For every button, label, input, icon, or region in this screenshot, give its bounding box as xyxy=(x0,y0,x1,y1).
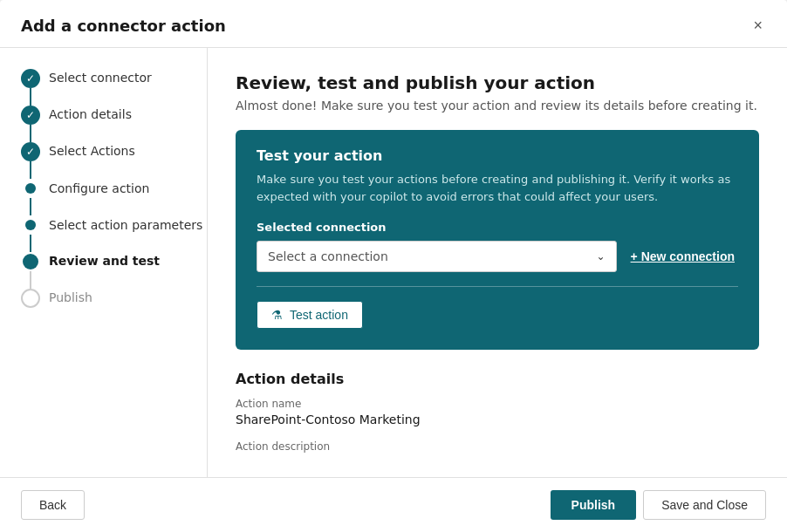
connection-select-dropdown[interactable]: Select a connection ⌄ xyxy=(257,241,617,272)
flask-icon: ⚗ xyxy=(271,308,283,322)
test-action-button[interactable]: ⚗ Test action xyxy=(257,301,363,329)
test-card: Test your action Make sure you test your… xyxy=(236,130,759,350)
test-card-title: Test your action xyxy=(257,147,738,164)
new-connection-button[interactable]: + New connection xyxy=(627,249,738,263)
step-circle-select-actions: ✓ xyxy=(21,142,40,161)
dialog-footer: Back Publish Save and Close xyxy=(0,477,787,532)
step-circle-publish xyxy=(21,289,40,308)
action-details-title: Action details xyxy=(236,371,759,387)
connection-row: Select a connection ⌄ + New connection xyxy=(257,241,738,272)
footer-left: Back xyxy=(21,490,85,520)
step-line-1 xyxy=(30,88,31,106)
page-subtitle: Almost done! Make sure you test your act… xyxy=(236,99,759,113)
check-icon: ✓ xyxy=(26,72,35,85)
check-icon-3: ✓ xyxy=(26,146,35,158)
sidebar-item-label-select-action-params: Select action parameters xyxy=(49,215,202,249)
step-line-4 xyxy=(30,198,31,215)
sidebar-item-label-select-connector: Select connector xyxy=(49,69,152,102)
step-line-3 xyxy=(30,161,31,179)
action-name-label: Action name xyxy=(236,398,759,410)
save-and-close-button[interactable]: Save and Close xyxy=(643,490,766,520)
page-title: Review, test and publish your action xyxy=(236,72,759,93)
sidebar-item-label-review-and-test: Review and test xyxy=(49,252,160,285)
step-line-2 xyxy=(30,125,31,142)
close-button[interactable]: × xyxy=(749,14,766,37)
connection-select-placeholder: Select a connection xyxy=(268,249,388,263)
sidebar-item-action-details[interactable]: ✓ Action details xyxy=(21,106,207,142)
step-circle-select-connector: ✓ xyxy=(21,69,40,88)
sidebar-item-select-connector[interactable]: ✓ Select connector xyxy=(21,69,207,106)
connection-label: Selected connection xyxy=(257,221,738,234)
sidebar-item-publish[interactable]: Publish xyxy=(21,289,207,322)
sidebar-item-label-action-details: Action details xyxy=(49,106,132,139)
sidebar-item-review-and-test[interactable]: Review and test xyxy=(21,252,207,289)
step-line-6 xyxy=(30,271,31,289)
sidebar-item-label-publish: Publish xyxy=(49,289,92,322)
main-content: Review, test and publish your action Alm… xyxy=(208,48,787,477)
sidebar-item-select-actions[interactable]: ✓ Select Actions xyxy=(21,142,207,179)
check-icon-2: ✓ xyxy=(26,109,35,121)
test-card-description: Make sure you test your actions before c… xyxy=(257,171,738,205)
step-circle-action-details: ✓ xyxy=(21,106,40,125)
action-name-value: SharePoint-Contoso Marketing xyxy=(236,413,759,426)
sidebar-item-configure-action[interactable]: Configure action xyxy=(21,179,207,215)
sidebar-item-label-select-actions: Select Actions xyxy=(49,142,135,175)
dialog-header: Add a connector action × xyxy=(0,0,787,48)
sidebar-item-label-configure-action: Configure action xyxy=(49,179,149,213)
divider xyxy=(257,286,738,287)
dialog-title: Add a connector action xyxy=(21,17,226,35)
chevron-down-icon: ⌄ xyxy=(597,250,606,263)
action-details-section: Action details Action name SharePoint-Co… xyxy=(236,371,759,453)
back-button[interactable]: Back xyxy=(21,490,85,520)
test-action-label: Test action xyxy=(290,308,348,322)
step-circle-configure-action xyxy=(25,183,36,194)
action-description-label: Action description xyxy=(236,440,759,453)
sidebar-item-select-action-params[interactable]: Select action parameters xyxy=(21,215,207,252)
step-circle-select-action-params xyxy=(25,220,36,230)
add-connector-action-dialog: Add a connector action × ✓ Select connec… xyxy=(0,0,787,532)
dialog-body: ✓ Select connector ✓ Action details xyxy=(0,48,787,477)
footer-right: Publish Save and Close xyxy=(551,490,766,520)
sidebar: ✓ Select connector ✓ Action details xyxy=(0,48,208,477)
step-circle-review-and-test xyxy=(23,254,38,269)
publish-button[interactable]: Publish xyxy=(551,490,637,520)
step-line-5 xyxy=(30,235,31,252)
